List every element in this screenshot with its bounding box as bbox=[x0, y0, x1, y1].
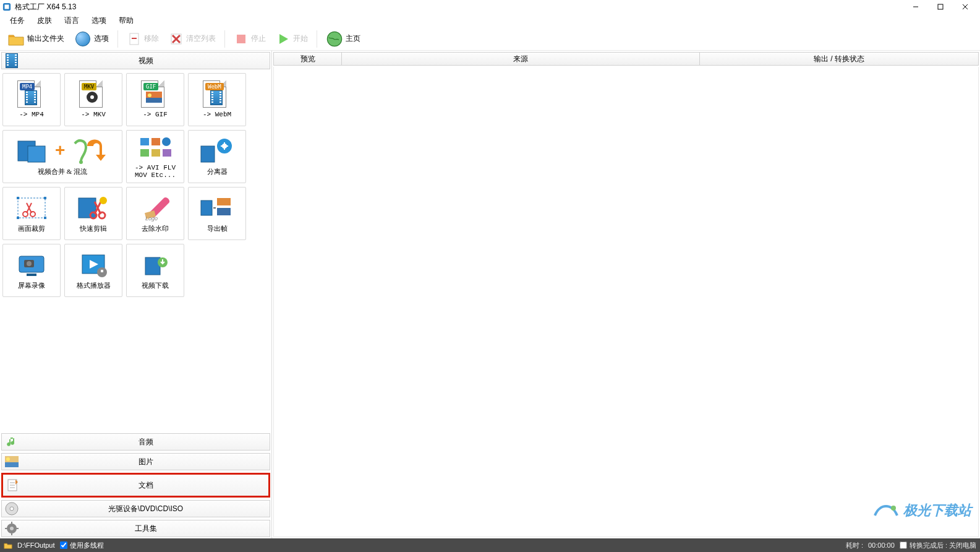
menu-bar: 任务 皮肤 语言 选项 帮助 bbox=[0, 14, 980, 27]
category-image[interactable]: 图片 bbox=[1, 453, 270, 470]
minimize-button[interactable] bbox=[903, 0, 928, 14]
svg-point-41 bbox=[99, 212, 105, 218]
menu-option[interactable]: 选项 bbox=[85, 15, 113, 26]
tile-splitter[interactable]: 分离器 bbox=[188, 130, 246, 183]
folder-small-icon bbox=[4, 541, 12, 550]
maximize-button[interactable] bbox=[928, 0, 953, 14]
svg-text:+: + bbox=[55, 140, 65, 160]
category-video[interactable]: 视频 bbox=[1, 52, 270, 69]
svg-point-22 bbox=[79, 160, 83, 164]
output-path[interactable]: D:\FFOutput bbox=[17, 541, 55, 549]
menu-language[interactable]: 语言 bbox=[58, 15, 85, 26]
remove-button[interactable]: 移除 bbox=[123, 30, 163, 48]
stop-label: 停止 bbox=[251, 33, 266, 44]
svg-rect-23 bbox=[140, 138, 149, 145]
app-icon bbox=[2, 2, 11, 11]
svg-rect-51 bbox=[27, 274, 36, 276]
svg-point-38 bbox=[30, 212, 35, 217]
svg-rect-11 bbox=[237, 35, 245, 43]
svg-rect-7 bbox=[132, 38, 137, 39]
category-tools[interactable]: 工具集 bbox=[1, 520, 270, 537]
tile-video-download[interactable]: 视频下载 bbox=[126, 244, 184, 297]
category-audio-label: 音频 bbox=[22, 437, 270, 447]
tile-remove-watermark[interactable]: Logo 去除水印 bbox=[126, 187, 184, 240]
svg-rect-29 bbox=[201, 146, 215, 162]
menu-task[interactable]: 任务 bbox=[4, 15, 31, 26]
clear-label: 清空列表 bbox=[186, 33, 216, 44]
tile-to-mkv[interactable]: MKV -> MKV bbox=[64, 73, 122, 126]
stop-icon bbox=[234, 32, 249, 46]
category-image-label: 图片 bbox=[22, 457, 270, 467]
separator bbox=[224, 30, 225, 48]
options-button[interactable]: 选项 bbox=[70, 29, 113, 49]
tile-merge-mux[interactable]: + 视频合并 & 混流 bbox=[2, 130, 122, 183]
tile-label: 分离器 bbox=[207, 167, 228, 176]
options-icon bbox=[74, 30, 92, 48]
col-output[interactable]: 输出 / 转换状态 bbox=[700, 53, 978, 65]
multithread-toggle[interactable]: 使用多线程 bbox=[60, 541, 104, 550]
tile-label: -> MKV bbox=[81, 111, 106, 118]
svg-point-42 bbox=[100, 197, 107, 204]
svg-rect-26 bbox=[140, 149, 149, 157]
elapsed-value: 00:00:00 bbox=[868, 541, 895, 549]
col-preview[interactable]: 预览 bbox=[274, 53, 342, 65]
tile-to-gif[interactable]: GIF -> GIF bbox=[126, 73, 184, 126]
start-label: 开始 bbox=[293, 33, 308, 44]
task-table-body[interactable] bbox=[273, 67, 979, 537]
home-button[interactable]: 主页 bbox=[322, 29, 364, 49]
tile-quick-clip[interactable]: 快速剪辑 bbox=[64, 187, 122, 240]
after-complete-checkbox[interactable] bbox=[900, 541, 907, 549]
svg-point-25 bbox=[162, 137, 171, 146]
play-icon bbox=[276, 32, 291, 46]
category-tools-label: 工具集 bbox=[22, 524, 270, 534]
category-document[interactable]: 文档 bbox=[1, 473, 270, 498]
tile-to-mp4[interactable]: MP4 -> MP4 bbox=[2, 73, 61, 126]
gear-icon bbox=[4, 521, 19, 536]
start-button[interactable]: 开始 bbox=[272, 30, 312, 48]
globe-icon bbox=[326, 30, 343, 48]
tile-format-player[interactable]: 格式播放器 bbox=[64, 244, 122, 297]
tile-label: 导出帧 bbox=[207, 224, 228, 233]
multithread-checkbox[interactable] bbox=[60, 541, 67, 549]
col-source[interactable]: 来源 bbox=[342, 53, 700, 65]
close-button[interactable] bbox=[953, 0, 978, 14]
tile-label: 格式播放器 bbox=[77, 281, 111, 290]
after-complete-toggle[interactable]: 转换完成后 : 关闭电脑 bbox=[900, 541, 976, 550]
svg-rect-3 bbox=[938, 4, 943, 9]
disc-icon bbox=[4, 501, 19, 516]
category-audio[interactable]: 音频 bbox=[1, 433, 270, 451]
tile-label: 画面裁剪 bbox=[18, 224, 45, 233]
menu-help[interactable]: 帮助 bbox=[113, 15, 140, 26]
tile-label: 快速剪辑 bbox=[80, 224, 107, 233]
tile-label: -> AVI FLV MOV Etc... bbox=[135, 164, 176, 179]
tile-crop[interactable]: 画面裁剪 bbox=[2, 187, 61, 240]
tile-to-webm[interactable]: WebM -> WebM bbox=[188, 73, 246, 126]
tile-label: -> WebM bbox=[203, 111, 231, 118]
output-folder-button[interactable]: 输出文件夹 bbox=[4, 29, 68, 49]
toolbar: 输出文件夹 选项 移除 清空列表 停止 开始 主页 bbox=[0, 27, 980, 51]
clear-list-button[interactable]: 清空列表 bbox=[165, 30, 219, 48]
film-icon bbox=[4, 53, 19, 68]
tile-screen-record[interactable]: 屏幕录像 bbox=[2, 244, 61, 297]
svg-rect-69 bbox=[11, 533, 12, 535]
tile-label: -> MP4 bbox=[19, 111, 44, 118]
stop-button[interactable]: 停止 bbox=[230, 30, 270, 48]
category-optical[interactable]: 光驱设备\DVD\CD\ISO bbox=[1, 500, 270, 517]
right-pane: 预览 来源 输出 / 转换状态 极光下载站 bbox=[272, 51, 980, 538]
svg-rect-46 bbox=[217, 198, 231, 205]
svg-rect-28 bbox=[163, 149, 171, 157]
title-bar: 格式工厂 X64 5.13 bbox=[0, 0, 980, 14]
svg-point-15 bbox=[90, 95, 94, 99]
svg-rect-34 bbox=[44, 197, 46, 199]
tile-label: 去除水印 bbox=[142, 224, 169, 233]
left-pane: 视频 MP4 -> MP4 MKV -> MKV GIF -> GIF WebM bbox=[0, 51, 272, 538]
tile-label: -> GIF bbox=[143, 111, 168, 118]
svg-rect-17 bbox=[146, 98, 162, 103]
category-optical-label: 光驱设备\DVD\CD\ISO bbox=[22, 504, 270, 514]
tile-export-frame[interactable]: 导出帧 bbox=[188, 187, 246, 240]
menu-skin[interactable]: 皮肤 bbox=[31, 15, 58, 26]
tile-to-avi-etc[interactable]: -> AVI FLV MOV Etc... bbox=[126, 130, 184, 183]
svg-point-18 bbox=[148, 93, 151, 97]
svg-rect-39 bbox=[79, 198, 96, 218]
svg-rect-70 bbox=[5, 528, 7, 529]
